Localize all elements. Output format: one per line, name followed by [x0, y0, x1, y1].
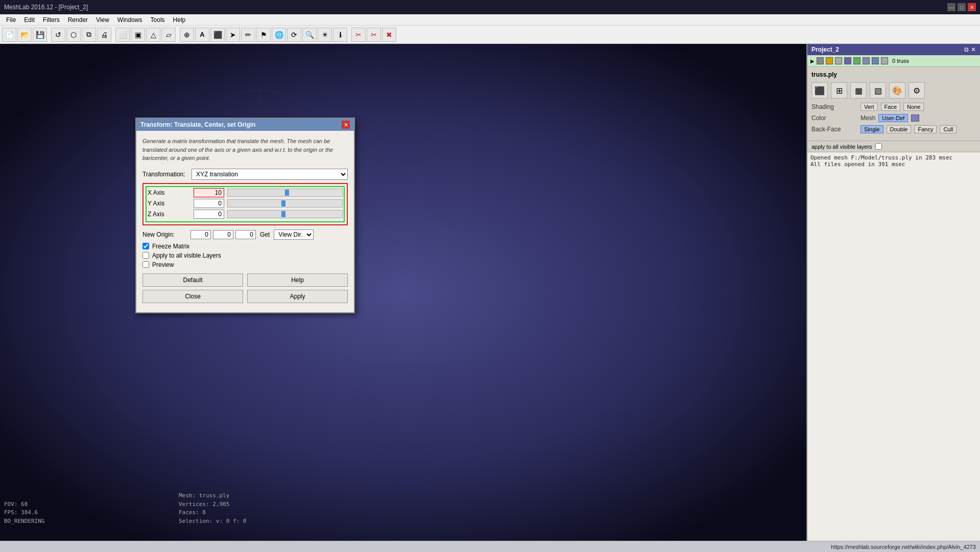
panel-close-button[interactable]: ✕	[971, 46, 976, 53]
backface-cull-button[interactable]: Cull	[940, 125, 957, 133]
layer-color-icon	[826, 57, 833, 64]
rotate-button[interactable]: ↺	[51, 28, 65, 42]
reset-button[interactable]: ⟳	[287, 28, 301, 42]
close-dialog-button[interactable]: Close	[142, 290, 243, 303]
mesh-icon-6[interactable]: ⚙	[909, 82, 925, 99]
panel-detach-button[interactable]: ⧉	[964, 46, 969, 53]
box-button[interactable]: ⬜	[115, 28, 130, 42]
backface-single-button[interactable]: Single	[861, 125, 883, 133]
layer-button[interactable]: ⧉	[82, 28, 96, 42]
sun-button[interactable]: ☀	[318, 28, 332, 42]
apply-visible-dialog-row: Apply to all visible Layers	[142, 252, 348, 259]
cube-button[interactable]: ⬛	[210, 28, 225, 42]
menu-view[interactable]: View	[92, 15, 113, 25]
backface-row: Back-Face Single Double Fancy Cull	[811, 125, 976, 133]
apply-visible-layers-checkbox[interactable]	[875, 143, 882, 150]
plane-button[interactable]: ▱	[161, 28, 176, 42]
delete-button[interactable]: ✖	[382, 28, 396, 42]
minimize-button[interactable]: —	[947, 3, 955, 11]
apply-visible-dialog-label: Apply to all visible Layers	[152, 252, 221, 259]
right-panel-title: Project_2 ⧉ ✕	[807, 44, 980, 55]
viewport-canvas	[0, 44, 806, 541]
layer-icon-6	[872, 57, 879, 64]
transformation-row: Transformation: XYZ translation	[142, 169, 348, 180]
color-userdef-button[interactable]: User-Def	[878, 114, 908, 122]
titlebar: MeshLab 2016.12 - [Project_2] — □ ✕	[0, 0, 980, 14]
right-panel: Project_2 ⧉ ✕ ▶ 0 truss truss.ply ⬛	[806, 44, 980, 541]
new-button[interactable]: 📄	[2, 28, 16, 42]
arrow-button[interactable]: ➤	[226, 28, 240, 42]
transform-dialog[interactable]: Transform: Translate, Center, set Origin…	[135, 118, 355, 313]
origin-x-input[interactable]	[190, 230, 211, 239]
viewport[interactable]: FOV: 60 FPS: 384.6 BO_RENDERING Mesh: tr…	[0, 44, 806, 541]
menu-windows[interactable]: Windows	[113, 15, 147, 25]
apply-visible-dialog-checkbox[interactable]	[142, 252, 149, 259]
z-axis-input[interactable]	[194, 210, 224, 219]
maximize-button[interactable]: □	[958, 3, 966, 11]
tri-button[interactable]: △	[146, 28, 160, 42]
mesh-icon-4[interactable]: ▧	[870, 82, 886, 99]
color-swatch[interactable]	[911, 114, 919, 122]
mesh-icon-5[interactable]: 🎨	[889, 82, 905, 99]
mesh-icon-2[interactable]: ⊞	[831, 82, 847, 99]
transformation-select[interactable]: XYZ translation	[192, 169, 348, 180]
select2-button[interactable]: ▣	[131, 28, 145, 42]
menu-file[interactable]: File	[2, 15, 20, 25]
print-button[interactable]: 🖨	[97, 28, 111, 42]
apply-button[interactable]: Apply	[247, 290, 348, 303]
origin-y-input[interactable]	[213, 230, 233, 239]
shading-face-button[interactable]: Face	[881, 103, 900, 111]
default-button[interactable]: Default	[142, 273, 243, 287]
close-button[interactable]: ✕	[968, 3, 976, 11]
select-button[interactable]: ⬡	[66, 28, 81, 42]
zoom-button[interactable]: 🔍	[302, 28, 317, 42]
open-button[interactable]: 📂	[17, 28, 32, 42]
mesh-icon-1[interactable]: ⬛	[811, 82, 828, 99]
backface-fancy-button[interactable]: Fancy	[914, 125, 937, 133]
color-label: Color	[811, 114, 857, 122]
menu-help[interactable]: Help	[169, 15, 190, 25]
dialog-close-button[interactable]: ✕	[342, 121, 350, 129]
y-axis-row: Y Axis	[148, 199, 343, 208]
z-axis-label: Z Axis	[148, 211, 194, 218]
freeze-matrix-checkbox[interactable]	[142, 243, 149, 249]
globe-button[interactable]: 🌐	[272, 28, 286, 42]
save-button[interactable]: 💾	[33, 28, 47, 42]
x-axis-slider[interactable]	[227, 189, 343, 197]
pencil-button[interactable]: ✏	[241, 28, 255, 42]
a-button[interactable]: A	[195, 28, 209, 42]
help-button[interactable]: Help	[247, 273, 348, 287]
layer-expand-icon[interactable]: ▶	[810, 58, 815, 64]
shading-row: Shading Vert Face None	[811, 103, 976, 111]
layer-visibility-icon[interactable]	[817, 57, 824, 64]
trackball-button[interactable]: ⊕	[180, 28, 194, 42]
status-url: https://meshlab.sourceforge.net/wiki/ind…	[831, 544, 976, 550]
layer-icon-5	[863, 57, 870, 64]
flag-button[interactable]: ⚑	[256, 28, 271, 42]
layer-icon-3	[844, 57, 851, 64]
y-axis-input[interactable]	[194, 199, 224, 208]
cut-button[interactable]: ✂	[367, 28, 381, 42]
y-axis-slider[interactable]	[227, 199, 343, 208]
menu-render[interactable]: Render	[64, 15, 92, 25]
layer-row: ▶ 0 truss	[807, 55, 980, 67]
menu-edit[interactable]: Edit	[20, 15, 39, 25]
info-button[interactable]: ℹ	[333, 28, 347, 42]
project-title: Project_2	[811, 46, 839, 53]
shading-vert-button[interactable]: Vert	[861, 103, 878, 111]
x-axis-input[interactable]	[194, 188, 224, 197]
view-dir-select[interactable]: View Dir.	[274, 229, 314, 240]
preview-checkbox[interactable]	[142, 261, 149, 268]
layer-name[interactable]: 0 truss	[892, 58, 909, 64]
new-origin-label: New Origin:	[142, 231, 188, 238]
preview-checkbox-row: Preview	[142, 261, 348, 268]
shading-none-button[interactable]: None	[903, 103, 924, 111]
origin-z-input[interactable]	[235, 230, 256, 239]
fps-label: FPS: 384.6	[4, 509, 44, 517]
backface-double-button[interactable]: Double	[887, 125, 912, 133]
menu-tools[interactable]: Tools	[147, 15, 169, 25]
scissors-button[interactable]: ✂	[351, 28, 366, 42]
menu-filters[interactable]: Filters	[39, 15, 64, 25]
mesh-icon-3[interactable]: ▦	[850, 82, 867, 99]
z-axis-slider[interactable]	[227, 210, 343, 218]
